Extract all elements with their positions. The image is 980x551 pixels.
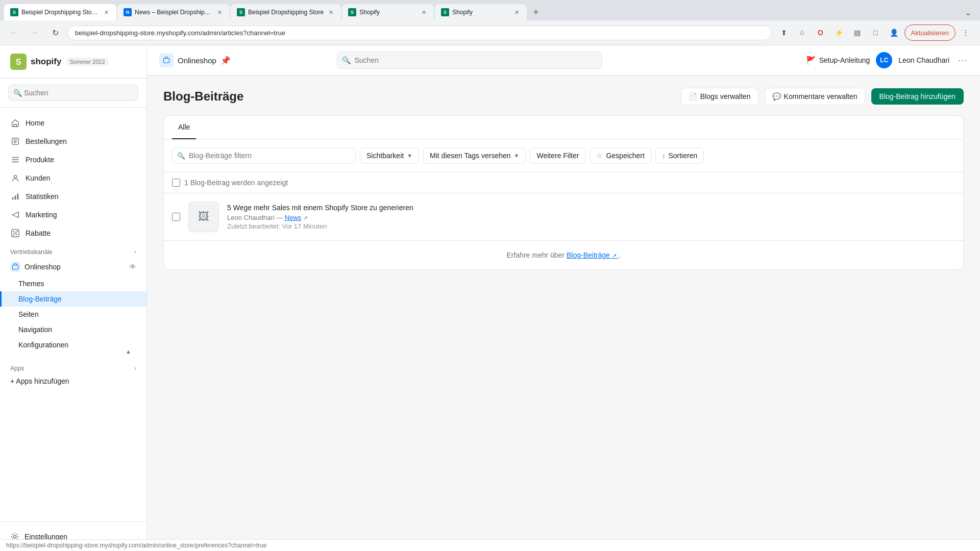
filter-search-input[interactable] [172, 147, 356, 164]
status-bar: https://beispiel-dropshipping-store.mysh… [0, 539, 980, 551]
tab-title-4: Shopify [359, 9, 416, 16]
blogs-icon: 📄 [689, 92, 697, 101]
update-button[interactable]: Aktualisieren [904, 24, 955, 41]
eye-icon[interactable]: 👁 [129, 263, 136, 271]
home-icon [10, 118, 20, 128]
tab-title-5: Shopify [452, 9, 509, 16]
bookmark-icon[interactable]: ☆ [794, 24, 811, 41]
sidebar-sub-navigation[interactable]: Navigation [0, 322, 146, 337]
tab-close-2[interactable]: ✕ [215, 8, 224, 16]
svg-rect-10 [12, 265, 18, 269]
sidebar-icon[interactable]: ▤ [849, 24, 866, 41]
sidebar-item-kunden[interactable]: Kunden [0, 169, 146, 187]
sidebar-item-onlineshop[interactable]: Onlineshop 👁 [0, 258, 146, 276]
user-avatar[interactable]: LC [876, 52, 892, 68]
post-title[interactable]: 5 Wege mehr Sales mit einem Shopify Stor… [227, 204, 955, 212]
shopify-logo-icon: S [10, 54, 27, 70]
address-bar[interactable]: beispiel-dropshipping-store.myshopify.co… [67, 26, 772, 40]
sidebar-sub-themes[interactable]: Themes [0, 276, 146, 291]
add-apps-label: + Apps hinzufügen [10, 377, 69, 385]
tab-menu-button[interactable]: ⌄ [960, 4, 976, 20]
sichtbarkeit-label: Sichtbarkeit [366, 152, 404, 160]
info-link-text: Blog-Beiträge [567, 251, 610, 259]
menu-icon[interactable]: ⋮ [958, 24, 974, 41]
sidebar-item-statistiken[interactable]: Statistiken [0, 187, 146, 206]
sichtbarkeit-filter[interactable]: Sichtbarkeit ▼ [360, 147, 419, 164]
status-url: https://beispiel-dropshipping-store.mysh… [6, 542, 266, 549]
topbar-right: 🚩 Setup-Anleitung LC Leon Chaudhari [806, 52, 949, 68]
browser-tab-1[interactable]: S Beispiel Dropshipping Store ·... ✕ [4, 4, 116, 20]
topbar-more-button[interactable]: ⋯ [958, 54, 968, 66]
page-title: Blog-Beiträge [163, 89, 243, 104]
svg-point-7 [13, 231, 15, 233]
sidebar-item-rabatte[interactable]: Rabatte [0, 224, 146, 242]
kommentare-verwalten-button[interactable]: 💬 Kommentare verwalten [765, 88, 865, 105]
sidebar-search-input[interactable] [8, 85, 138, 101]
select-all-checkbox[interactable] [172, 179, 180, 187]
browser-tab-5[interactable]: S Shopify ✕ [435, 4, 527, 20]
sidebar-sub-konfigurationen[interactable]: Konfigurationen ▲ [0, 337, 146, 353]
browser-tab-2[interactable]: N News – Beispiel Dropshipping ... ✕ [117, 4, 230, 20]
main-area: Onlineshop 📌 🔍 🚩 Setup-Anleitung [147, 45, 980, 551]
external-link-icon: ↗ [303, 215, 308, 221]
setup-button[interactable]: 🚩 Setup-Anleitung [806, 56, 870, 65]
add-blog-post-button[interactable]: Blog-Beitrag hinzufügen [871, 88, 964, 105]
tab-title-2: News – Beispiel Dropshipping ... [135, 9, 212, 16]
sidebar-item-bestellungen[interactable]: Bestellungen [0, 132, 146, 151]
browser-tab-4[interactable]: S Shopify ✕ [342, 4, 434, 20]
tags-filter[interactable]: Mit diesen Tags versehen ▼ [423, 147, 526, 164]
sidebar: S shopify Sommer 2022 🔍 [0, 45, 147, 551]
vertriebskanaele-label: Vertriebskanäle [10, 248, 53, 256]
meta-dash: — [276, 214, 285, 221]
reload-button[interactable]: ↻ [47, 24, 63, 41]
tab-favicon-1: S [10, 8, 18, 16]
user-icon[interactable]: 👤 [886, 24, 902, 41]
forward-button[interactable]: → [27, 24, 43, 41]
opera-icon[interactable]: O [813, 24, 829, 41]
svg-text:S: S [16, 58, 21, 66]
sidebar-item-home[interactable]: Home [0, 114, 146, 132]
page-actions: 📄 Blogs verwalten 💬 Kommentare verwalten… [681, 88, 964, 105]
sidebar-item-produkte[interactable]: Produkte [0, 151, 146, 169]
sidebar-sub-seiten[interactable]: Seiten [0, 307, 146, 322]
blog-beitraege-link[interactable]: Blog-Beiträge ↗ [567, 251, 619, 259]
page-header: Blog-Beiträge 📄 Blogs verwalten 💬 Kommen… [163, 88, 964, 105]
add-apps-button[interactable]: + Apps hinzufügen [0, 374, 146, 388]
blogs-verwalten-button[interactable]: 📄 Blogs verwalten [681, 88, 758, 105]
info-text-prefix: Erfahre mehr über [507, 251, 565, 259]
topbar-search-input[interactable] [337, 52, 602, 69]
tab-favicon-5: S [441, 8, 449, 16]
vertriebskanaele-chevron[interactable]: › [134, 248, 136, 256]
info-line: Erfahre mehr über Blog-Beiträge ↗ . [164, 241, 963, 269]
post-checkbox[interactable] [172, 213, 180, 221]
weitere-filter[interactable]: Weitere Filter [530, 147, 585, 164]
topbar-pin-icon[interactable]: 📌 [220, 56, 231, 65]
extension-icon[interactable]: ⚡ [831, 24, 847, 41]
screenshot-icon[interactable]: □ [868, 24, 884, 41]
share-icon[interactable]: ⬆ [776, 24, 792, 41]
sidebar-sub-blog-beitraege[interactable]: Blog-Beiträge [0, 291, 146, 307]
blogs-verwalten-label: Blogs verwalten [700, 92, 751, 101]
gespeichert-filter[interactable]: ☆ Gespeichert [590, 147, 651, 164]
browser-tab-3[interactable]: S Beispiel Dropshipping Store ✕ [231, 4, 341, 20]
sichtbarkeit-chevron: ▼ [407, 153, 412, 159]
gespeichert-label: Gespeichert [606, 152, 644, 160]
tab-close-3[interactable]: ✕ [327, 8, 335, 16]
filter-search: 🔍 [172, 147, 356, 164]
tab-close-1[interactable]: ✕ [102, 8, 110, 16]
sidebar-marketing-label: Marketing [26, 211, 136, 219]
post-blog-link[interactable]: News [285, 214, 302, 221]
navigation-label: Navigation [18, 325, 52, 334]
sidebar-item-marketing[interactable]: Marketing [0, 206, 146, 224]
new-tab-button[interactable]: + [528, 4, 544, 20]
sortieren-filter[interactable]: ↕ Sortieren [655, 147, 704, 164]
back-button[interactable]: ← [6, 24, 22, 41]
tab-close-4[interactable]: ✕ [420, 8, 428, 16]
tab-alle[interactable]: Alle [172, 116, 196, 139]
shopify-logo: S shopify [10, 54, 61, 70]
tab-close-5[interactable]: ✕ [512, 8, 521, 16]
stats-icon [10, 191, 20, 202]
user-name[interactable]: Leon Chaudhari [898, 56, 949, 64]
flag-icon: 🚩 [806, 56, 816, 65]
apps-chevron[interactable]: › [134, 365, 136, 372]
